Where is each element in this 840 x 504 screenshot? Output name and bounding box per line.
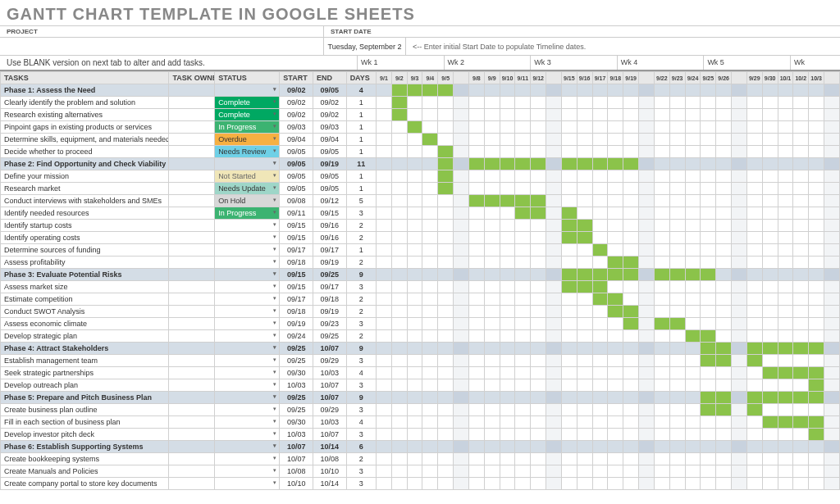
status-cell[interactable] (215, 84, 280, 97)
owner-cell[interactable] (169, 220, 215, 232)
days-cell[interactable]: 4 (346, 367, 376, 379)
end-cell[interactable]: 10/07 (313, 379, 346, 392)
owner-cell[interactable] (169, 429, 215, 441)
task-cell[interactable]: Assess market size (1, 281, 169, 293)
status-cell[interactable] (215, 232, 280, 244)
end-cell[interactable]: 09/29 (313, 404, 346, 416)
days-cell[interactable]: 11 (346, 158, 376, 170)
days-cell[interactable]: 2 (346, 220, 376, 232)
status-cell[interactable] (215, 355, 280, 367)
days-cell[interactable]: 6 (346, 441, 376, 453)
owner-cell[interactable] (169, 441, 215, 453)
end-cell[interactable]: 09/18 (313, 293, 346, 306)
days-cell[interactable]: 3 (346, 404, 376, 416)
task-cell[interactable]: Phase 4: Attract Stakeholders (1, 343, 169, 355)
task-cell[interactable]: Create business plan outline (1, 404, 169, 416)
task-cell[interactable]: Phase 5: Prepare and Pitch Business Plan (1, 392, 169, 404)
status-cell[interactable]: Needs Review (215, 146, 280, 158)
start-cell[interactable]: 09/08 (280, 195, 313, 207)
status-cell[interactable] (215, 318, 280, 330)
start-cell[interactable]: 09/17 (280, 244, 313, 257)
end-cell[interactable]: 09/25 (313, 269, 346, 281)
owner-cell[interactable] (169, 416, 215, 429)
status-cell[interactable] (215, 404, 280, 416)
days-cell[interactable]: 1 (346, 97, 376, 109)
owner-cell[interactable] (169, 379, 215, 392)
end-cell[interactable]: 09/17 (313, 281, 346, 293)
days-cell[interactable]: 3 (346, 355, 376, 367)
task-cell[interactable]: Phase 6: Establish Supporting Systems (1, 441, 169, 453)
status-cell[interactable]: In Progress (215, 121, 280, 134)
end-cell[interactable]: 10/03 (313, 416, 346, 429)
owner-cell[interactable] (169, 195, 215, 207)
start-cell[interactable]: 10/03 (280, 379, 313, 392)
task-cell[interactable]: Phase 3: Evaluate Potential Risks (1, 269, 169, 281)
days-cell[interactable]: 1 (346, 121, 376, 134)
days-cell[interactable]: 3 (346, 429, 376, 441)
days-cell[interactable]: 9 (346, 392, 376, 404)
start-cell[interactable]: 09/30 (280, 367, 313, 379)
status-cell[interactable] (215, 257, 280, 269)
status-cell[interactable] (215, 453, 280, 465)
end-cell[interactable]: 10/14 (313, 478, 346, 490)
end-cell[interactable]: 10/03 (313, 367, 346, 379)
end-cell[interactable]: 10/08 (313, 453, 346, 465)
start-cell[interactable]: 09/18 (280, 306, 313, 318)
start-cell[interactable]: 10/07 (280, 453, 313, 465)
owner-cell[interactable] (169, 244, 215, 257)
owner-cell[interactable] (169, 318, 215, 330)
status-cell[interactable] (215, 343, 280, 355)
start-cell[interactable]: 10/08 (280, 465, 313, 478)
end-cell[interactable]: 09/19 (313, 306, 346, 318)
end-cell[interactable]: 10/14 (313, 441, 346, 453)
start-cell[interactable]: 09/19 (280, 318, 313, 330)
task-cell[interactable]: Pinpoint gaps in existing products or se… (1, 121, 169, 134)
start-cell[interactable]: 09/02 (280, 109, 313, 121)
start-cell[interactable]: 10/10 (280, 478, 313, 490)
owner-cell[interactable] (169, 343, 215, 355)
days-cell[interactable]: 3 (346, 478, 376, 490)
start-cell[interactable]: 09/03 (280, 121, 313, 134)
end-cell[interactable]: 09/03 (313, 121, 346, 134)
status-cell[interactable] (215, 367, 280, 379)
days-cell[interactable]: 2 (346, 293, 376, 306)
owner-cell[interactable] (169, 404, 215, 416)
owner-cell[interactable] (169, 170, 215, 183)
task-cell[interactable]: Research existing alternatives (1, 109, 169, 121)
owner-cell[interactable] (169, 392, 215, 404)
status-cell[interactable]: On Hold (215, 195, 280, 207)
start-cell[interactable]: 09/25 (280, 392, 313, 404)
end-cell[interactable]: 09/12 (313, 195, 346, 207)
start-cell[interactable]: 09/04 (280, 134, 313, 146)
owner-cell[interactable] (169, 355, 215, 367)
days-cell[interactable]: 1 (346, 183, 376, 195)
days-cell[interactable]: 2 (346, 257, 376, 269)
end-cell[interactable]: 09/02 (313, 109, 346, 121)
owner-cell[interactable] (169, 478, 215, 490)
end-cell[interactable]: 09/05 (313, 183, 346, 195)
task-cell[interactable]: Clearly identify the problem and solutio… (1, 97, 169, 109)
owner-cell[interactable] (169, 367, 215, 379)
task-cell[interactable]: Assess profitability (1, 257, 169, 269)
owner-cell[interactable] (169, 281, 215, 293)
days-cell[interactable]: 9 (346, 269, 376, 281)
start-cell[interactable]: 09/15 (280, 269, 313, 281)
start-cell[interactable]: 09/11 (280, 207, 313, 220)
end-cell[interactable]: 09/29 (313, 355, 346, 367)
start-cell[interactable]: 09/25 (280, 343, 313, 355)
days-cell[interactable]: 2 (346, 306, 376, 318)
start-cell[interactable]: 09/15 (280, 232, 313, 244)
days-cell[interactable]: 3 (346, 318, 376, 330)
status-cell[interactable] (215, 281, 280, 293)
days-cell[interactable]: 5 (346, 195, 376, 207)
status-cell[interactable] (215, 429, 280, 441)
end-cell[interactable]: 10/07 (313, 343, 346, 355)
status-cell[interactable] (215, 330, 280, 343)
owner-cell[interactable] (169, 330, 215, 343)
start-cell[interactable]: 09/15 (280, 281, 313, 293)
task-cell[interactable]: Develop strategic plan (1, 330, 169, 343)
owner-cell[interactable] (169, 97, 215, 109)
status-cell[interactable] (215, 220, 280, 232)
days-cell[interactable]: 2 (346, 453, 376, 465)
task-cell[interactable]: Phase 2: Find Opportunity and Check Viab… (1, 158, 169, 170)
